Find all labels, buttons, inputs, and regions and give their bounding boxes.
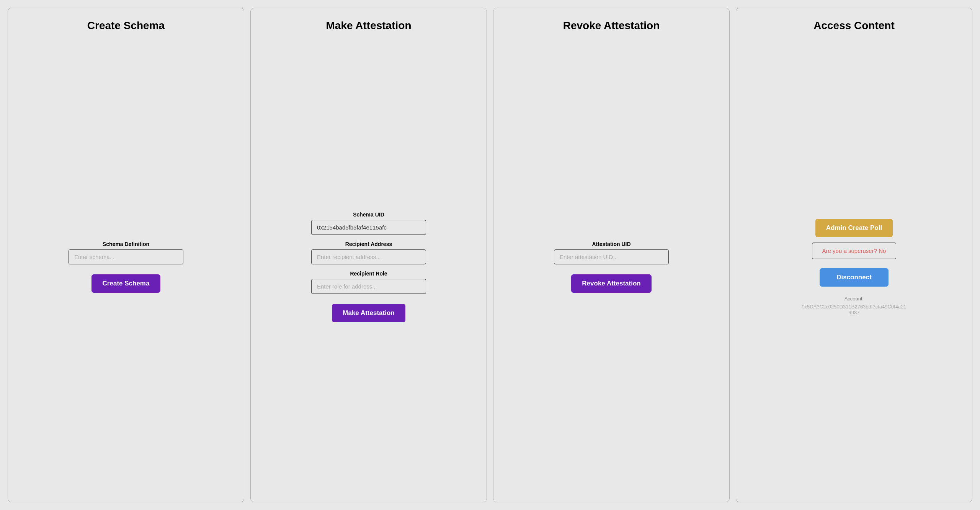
main-container: Create Schema Schema Definition Create S… [8, 8, 972, 502]
account-label: Account: [844, 296, 864, 302]
admin-create-poll-button[interactable]: Admin Create Poll [815, 219, 893, 237]
create-schema-panel: Create Schema Schema Definition Create S… [8, 8, 244, 502]
revoke-attestation-content: Attestation UID Revoke Attestation [501, 241, 722, 293]
access-content-area: Admin Create Poll Are you a superuser? N… [744, 219, 964, 315]
superuser-status-box: Are you a superuser? No [812, 243, 896, 259]
revoke-attestation-panel: Revoke Attestation Attestation UID Revok… [493, 8, 730, 502]
access-content-title: Access Content [813, 20, 895, 32]
recipient-address-input[interactable] [311, 249, 426, 264]
attestation-uid-input[interactable] [554, 249, 669, 264]
superuser-status-text: Are you a superuser? No [822, 248, 886, 254]
make-attestation-button[interactable]: Make Attestation [332, 304, 405, 322]
attestation-uid-group: Attestation UID [501, 241, 722, 264]
create-schema-button[interactable]: Create Schema [91, 274, 160, 293]
schema-definition-input[interactable] [69, 249, 183, 264]
schema-uid-input[interactable] [311, 220, 426, 235]
make-attestation-content: Schema UID Recipient Address Recipient R… [258, 212, 479, 322]
access-content-panel: Access Content Admin Create Poll Are you… [736, 8, 972, 502]
account-address: 0x5DA3C2c0250D311B2763bdf3cfa49C0f4a2199… [800, 304, 908, 315]
schema-definition-group: Schema Definition [16, 241, 236, 264]
recipient-address-label: Recipient Address [345, 241, 392, 247]
schema-definition-label: Schema Definition [103, 241, 149, 247]
recipient-address-group: Recipient Address [258, 241, 479, 264]
recipient-role-input[interactable] [311, 279, 426, 294]
disconnect-button[interactable]: Disconnect [820, 268, 889, 287]
make-attestation-panel: Make Attestation Schema UID Recipient Ad… [250, 8, 487, 502]
attestation-uid-label: Attestation UID [592, 241, 630, 247]
recipient-role-label: Recipient Role [350, 271, 387, 277]
make-attestation-title: Make Attestation [326, 20, 411, 32]
create-schema-title: Create Schema [87, 20, 165, 32]
revoke-attestation-title: Revoke Attestation [563, 20, 660, 32]
create-schema-content: Schema Definition Create Schema [16, 241, 236, 293]
recipient-role-group: Recipient Role [258, 271, 479, 294]
schema-uid-label: Schema UID [353, 212, 384, 218]
schema-uid-group: Schema UID [258, 212, 479, 235]
revoke-attestation-button[interactable]: Revoke Attestation [571, 274, 651, 293]
